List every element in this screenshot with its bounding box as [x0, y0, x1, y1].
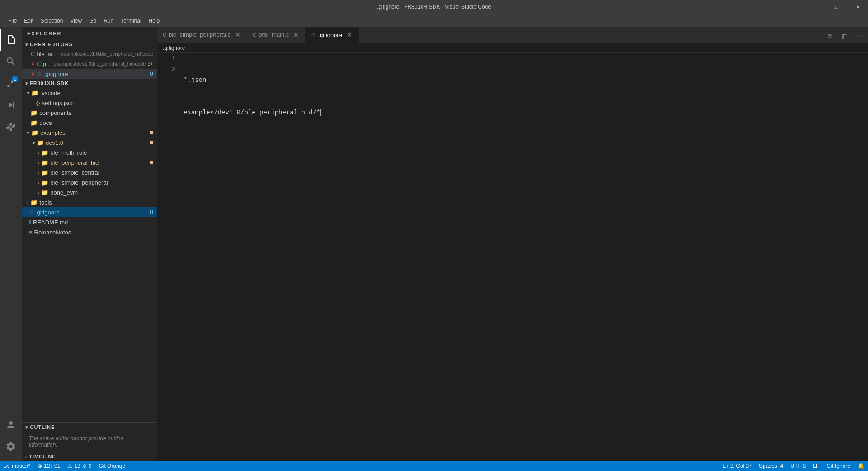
file-git-tree-icon: ⚙: [29, 209, 33, 215]
activity-run[interactable]: [0, 94, 22, 116]
split-editor-button[interactable]: ⧉: [824, 30, 836, 43]
folder-icon-ble-multi-role: 📁: [41, 149, 48, 156]
activity-search[interactable]: [0, 51, 22, 72]
menu-bar: File Edit Selection View Go Run Terminal…: [0, 14, 868, 27]
line-ending-label: LF: [813, 463, 819, 469]
status-notifications[interactable]: 🔔: [854, 461, 868, 471]
language-label: Git Ignore: [826, 463, 850, 469]
svg-rect-0: [6, 127, 9, 129]
menu-view[interactable]: View: [66, 16, 85, 26]
status-line-ending[interactable]: LF: [809, 461, 823, 471]
main-area: 1: [0, 27, 868, 461]
text-cursor: [320, 109, 321, 116]
open-editor-proj-main[interactable]: ✕ C proj_main.c examples\dev1.0\ble_peri…: [22, 59, 157, 69]
menu-go[interactable]: Go: [85, 16, 100, 26]
tab-ble-simple-peripheral[interactable]: C ble_simple_peripheral.c ✕: [157, 27, 247, 43]
code-content-1: *.json: [184, 75, 206, 86]
more-actions-button[interactable]: ···: [853, 30, 865, 43]
tab-label-proj-main: proj_main.c: [259, 31, 289, 38]
minimize-button[interactable]: ─: [806, 0, 826, 14]
status-language[interactable]: Git Ignore: [823, 461, 854, 471]
code-line-2: examples/dev1.0/ble_peripheral_hid/*: [184, 107, 864, 118]
activity-accounts[interactable]: [0, 414, 22, 436]
tree-item-gitignore[interactable]: ⚙ .gitignore U: [22, 207, 157, 217]
tab-close-proj-main[interactable]: ✕: [292, 31, 300, 38]
tree-item-components[interactable]: › 📁 components: [22, 108, 157, 118]
open-editor-gitignore[interactable]: ✕ ⚙ .gitignore U: [22, 69, 157, 79]
outline-header[interactable]: ▾ OUTLINE: [22, 423, 157, 432]
folder-icon-ble-simple-central: 📁: [41, 169, 48, 176]
menu-file[interactable]: File: [5, 16, 20, 26]
tab-bar: C ble_simple_peripheral.c ✕ C proj_main.…: [157, 27, 868, 43]
explorer-label: FR801XH-SDK: [30, 81, 69, 86]
open-editor-ble-simple-peripheral[interactable]: C ble_simple_peripheral.c examples\dev1.…: [22, 49, 157, 59]
tab-proj-main[interactable]: C proj_main.c ✕: [247, 27, 306, 43]
gitignore-u-badge: U: [150, 71, 153, 76]
tab-gitignore[interactable]: ⚙ .gitignore ✕: [306, 27, 359, 43]
tree-item-examples[interactable]: ▾ 📁 examples: [22, 128, 157, 138]
open-editors-chevron: ▾: [25, 42, 28, 47]
file-icon-releasenotes: ≡: [29, 229, 33, 236]
tab-close-gitignore[interactable]: ✕: [346, 31, 353, 38]
tree-item-ble-simple-peripheral[interactable]: › 📁 ble_simple_peripheral: [22, 177, 157, 187]
line-number-1: 1: [162, 53, 175, 64]
timeline-chevron: ›: [25, 454, 27, 459]
status-sync[interactable]: ⊗ 12↓ 01: [34, 461, 64, 471]
activity-extensions[interactable]: [0, 116, 22, 138]
error-icon: ⚠: [67, 463, 72, 469]
tab-label-ble-simple-peripheral: ble_simple_peripheral.c: [169, 31, 231, 38]
status-cursor-position[interactable]: Ln 2, Col 37: [719, 461, 755, 471]
editor-content[interactable]: 1 2 *.json examples/dev1.0/ble_periphera…: [157, 53, 868, 461]
tree-item-readme[interactable]: ℹ README.md: [22, 217, 157, 227]
code-content-2: examples/dev1.0/ble_peripheral_hid/*: [184, 107, 320, 118]
tree-item-none-evm[interactable]: › 📁 none_evm: [22, 187, 157, 197]
tab-close-ble-simple-peripheral[interactable]: ✕: [234, 31, 241, 38]
warning-icon: ⊘: [82, 463, 87, 469]
tree-item-dev1.0[interactable]: ▾ 📁 dev1.0: [22, 138, 157, 147]
status-bar: ⎇ master* ⊗ 12↓ 01 ⚠ 13 ⊘ 0 Git Orange L…: [0, 461, 868, 471]
menu-help[interactable]: Help: [145, 16, 164, 26]
file-git-icon: ⚙: [37, 71, 42, 77]
menu-terminal[interactable]: Terminal: [117, 16, 145, 26]
status-branch[interactable]: ⎇ master*: [0, 461, 34, 471]
bell-icon: 🔔: [858, 463, 864, 469]
indent-label: Spaces: 4: [759, 463, 783, 469]
folder-icon-ble-peripheral-hid: 📁: [41, 159, 48, 166]
editor-area: C ble_simple_peripheral.c ✕ C proj_main.…: [157, 27, 868, 461]
status-encoding[interactable]: UTF-8: [787, 461, 809, 471]
status-indent[interactable]: Spaces: 4: [755, 461, 787, 471]
explorer-chevron: ▾: [25, 81, 28, 86]
status-git-orange[interactable]: Git Orange: [95, 461, 129, 471]
cursor-position-label: Ln 2, Col 37: [722, 463, 752, 469]
menu-selection[interactable]: Selection: [37, 16, 66, 26]
svg-rect-2: [10, 123, 12, 125]
activity-settings[interactable]: [0, 436, 22, 457]
tree-item-ble-simple-central[interactable]: › 📁 ble_simple_central: [22, 167, 157, 177]
layout-button[interactable]: ▥: [838, 30, 851, 43]
tree-item-settings-json[interactable]: {} settings.json: [22, 98, 157, 108]
timeline-header[interactable]: › TIMELINE: [22, 452, 157, 461]
folder-icon-examples: 📁: [31, 129, 38, 136]
tree-item-ble-peripheral-hid[interactable]: › 📁 ble_peripheral_hid: [22, 157, 157, 167]
open-editors-header[interactable]: ▾ OPEN EDITORS: [22, 40, 157, 49]
tree-item-tools[interactable]: › 📁 tools: [22, 197, 157, 207]
gitignore-close-icon[interactable]: ✕: [31, 71, 35, 77]
activity-files[interactable]: [0, 29, 22, 51]
sidebar-title: EXPLORER: [22, 27, 157, 40]
explorer-header[interactable]: ▾ FR801XH-SDK: [22, 79, 157, 88]
branch-icon: ⎇: [4, 463, 10, 469]
folder-icon-tools: 📁: [30, 199, 38, 206]
menu-run[interactable]: Run: [100, 16, 117, 26]
editor-code[interactable]: *.json examples/dev1.0/ble_peripheral_hi…: [180, 53, 868, 461]
tab-c-icon-1: C: [163, 32, 166, 38]
tree-item-releasenotes[interactable]: ≡ ReleaseNotes: [22, 227, 157, 237]
activity-source-control[interactable]: 1: [0, 72, 22, 94]
proj-main-close-icon[interactable]: ✕: [31, 61, 35, 67]
close-button[interactable]: ✕: [847, 0, 868, 14]
tree-item-ble-multi-role[interactable]: › 📁 ble_multi_role: [22, 147, 157, 157]
tree-item-vscode[interactable]: ▾ 📁 .vscode: [22, 88, 157, 98]
status-errors[interactable]: ⚠ 13 ⊘ 0: [64, 461, 95, 471]
maximize-button[interactable]: □: [826, 0, 847, 14]
menu-edit[interactable]: Edit: [20, 16, 37, 26]
tree-item-docs[interactable]: › 📁 docs: [22, 118, 157, 128]
